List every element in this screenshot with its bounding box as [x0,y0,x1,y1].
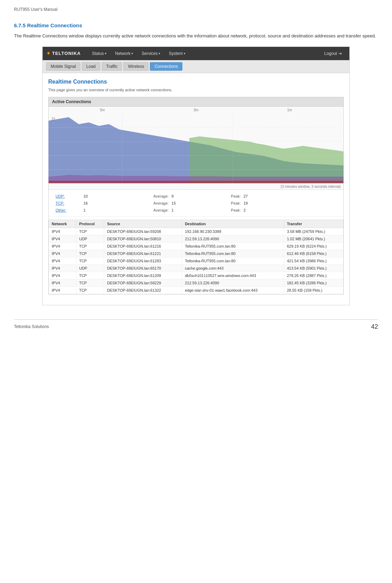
chart-time-labels: 5m 3m 1m [49,108,343,112]
cell-network: IPV4 [49,279,76,286]
table-row: IPV4TCPDESKTOP-69EIUGN.lan:59208192.168.… [49,228,343,235]
table-row: IPV4TCPDESKTOP-69EIUGN.lan:61322edge-sta… [49,286,343,294]
cell-source: DESKTOP-69EIUGN.lan:61322 [104,286,182,294]
other-peak-label: Peak: [231,208,241,212]
nav-item-system[interactable]: System ▾ [165,48,190,59]
cell-destination: cache.google.com:443 [182,264,284,272]
tcp-link[interactable]: TCP: [56,201,64,205]
cell-protocol: TCP [76,228,104,235]
cell-transfer: 413.54 KB (5901 Pkts.) [284,264,343,272]
cell-source: DESKTOP-69EIUGN.lan:61216 [104,242,182,250]
page-header: RUT955 User's Manual [14,7,378,12]
col-transfer: Transfer [284,220,343,228]
udp-value: 10 [84,194,97,198]
udp-avg-value: 9 [172,194,189,198]
sub-nav: Mobile Signal Load Traffic Wireless Conn… [43,60,349,73]
nav-item-status[interactable]: Status ▾ [88,48,111,59]
cell-source: DESKTOP-69EIUGN.lan:58229 [104,279,182,286]
cell-protocol: TCP [76,286,104,294]
table-row: IPV4UDPDESKTOP-69EIUGN.lan:65170cache.go… [49,264,343,272]
col-network: Network [49,220,76,228]
table-row: IPV4TCPDESKTOP-69EIUGN.lan:61216Teltonik… [49,242,343,250]
col-protocol: Protocol [76,220,104,228]
cell-protocol: UDP [76,235,104,242]
nav-bar: ✦ TELTONIKA Status ▾ Network ▾ Services … [43,47,349,60]
table-row: IPV4TCPDESKTOP-69EIUGN.lan:61209db5sch10… [49,272,343,279]
cell-destination: Teltonika-RUT955.com.lan:80 [182,242,284,250]
router-ui-screenshot: ✦ TELTONIKA Status ▾ Network ▾ Services … [42,47,350,305]
logout-icon: ⇥ [338,51,342,56]
col-destination: Destination [182,220,284,228]
tab-connections[interactable]: Connections [150,62,182,71]
cell-destination: Teltonika-RUT955.com.lan:80 [182,257,284,264]
cell-protocol: TCP [76,279,104,286]
nav-item-services[interactable]: Services ▾ [137,48,165,59]
nav-item-network[interactable]: Network ▾ [111,48,137,59]
chart-y-label: 22 [51,117,55,121]
cell-protocol: TCP [76,242,104,250]
tcp-peak-value: 19 [244,201,248,205]
stats-row-other: Other: 1 Average: 1 Peak: 2 [49,207,343,214]
other-value: 1 [84,208,97,212]
cell-transfer: 28.55 KB (158 Pkts.) [284,286,343,294]
chevron-down-icon: ▾ [131,52,133,55]
cell-protocol: UDP [76,264,104,272]
cell-network: IPV4 [49,242,76,250]
cell-destination: 192.168.90.230:3389 [182,228,284,235]
section-container: 6.7.5 Realtime Connections The Realtime … [14,22,378,40]
cell-source: DESKTOP-69EIUGN.lan:61209 [104,272,182,279]
page-number: 42 [371,323,378,330]
cell-transfer: 612.46 KB (6158 Pkts.) [284,250,343,257]
cell-network: IPV4 [49,250,76,257]
col-source: Source [104,220,182,228]
content-area: Realtime Connections This page gives you… [43,73,349,305]
chevron-down-icon: ▾ [105,52,107,55]
company-name: Teltonika Solutions [14,324,49,329]
tab-load[interactable]: Load [82,62,100,71]
cell-network: IPV4 [49,264,76,272]
udp-link[interactable]: UDP: [56,194,65,198]
chart-area: 5m 3m 1m 22 [49,107,343,184]
cell-destination: 212.59.13.226:4090 [182,235,284,242]
cell-source: DESKTOP-69EIUGN.lan:61283 [104,257,182,264]
tab-wireless[interactable]: Wireless [123,62,148,71]
udp-peak-label: Peak: [231,194,241,198]
cell-transfer: 278.26 KB (2887 Pkts.) [284,272,343,279]
cell-destination: edge-star-shv-01-waw1.facebook.com:443 [182,286,284,294]
cell-protocol: TCP [76,257,104,264]
cell-protocol: TCP [76,272,104,279]
cell-source: DESKTOP-69EIUGN.lan:65170 [104,264,182,272]
chart-footer: (3 minutes window, 3 seconds interval) [49,184,343,190]
cell-network: IPV4 [49,228,76,235]
cell-transfer: 629.19 KB (6224 Pkts.) [284,242,343,250]
logout-button[interactable]: Logout ⇥ [320,48,346,59]
section-title: 6.7.5 Realtime Connections [14,22,378,28]
other-link[interactable]: Other: [56,208,66,212]
chevron-down-icon: ▾ [159,52,160,55]
tcp-avg-label: Average: [153,201,169,205]
cell-destination: db5sch101110527.wns.windows.com:443 [182,272,284,279]
time-label-3m: 3m [194,108,198,112]
tcp-value: 16 [84,201,97,205]
active-connections-header: Active Connections [49,97,343,107]
table-row: IPV4TCPDESKTOP-69EIUGN.lan:61283Teltonik… [49,257,343,264]
tab-traffic[interactable]: Traffic [102,62,122,71]
logo-icon: ✦ [46,50,51,57]
cell-transfer: 421.54 KB (3986 Pkts.) [284,257,343,264]
connections-chart [49,107,343,184]
cell-network: IPV4 [49,257,76,264]
active-connections-box: Active Connections 5m 3m 1m 22 [48,97,344,294]
cell-transfer: 1.02 MB (20641 Pkts.) [284,235,343,242]
tab-mobile-signal[interactable]: Mobile Signal [46,62,80,71]
stats-section: UDP: 10 Average: 9 Peak: 27 TCP: 16 Aver… [49,190,343,217]
other-avg-label: Average: [153,208,169,212]
cell-network: IPV4 [49,272,76,279]
time-label-5m: 5m [100,108,105,112]
table-row: IPV4TCPDESKTOP-69EIUGN.lan:58229212.59.1… [49,279,343,286]
cell-destination: Teltonika-RUT955.com.lan:80 [182,250,284,257]
manual-title: RUT955 User's Manual [14,7,57,12]
section-description: The Realtime Connections window displays… [14,33,378,40]
stats-row-tcp: TCP: 16 Average: 15 Peak: 19 [49,200,343,207]
stats-row-udp: UDP: 10 Average: 9 Peak: 27 [49,193,343,200]
tcp-peak-label: Peak: [231,201,241,205]
